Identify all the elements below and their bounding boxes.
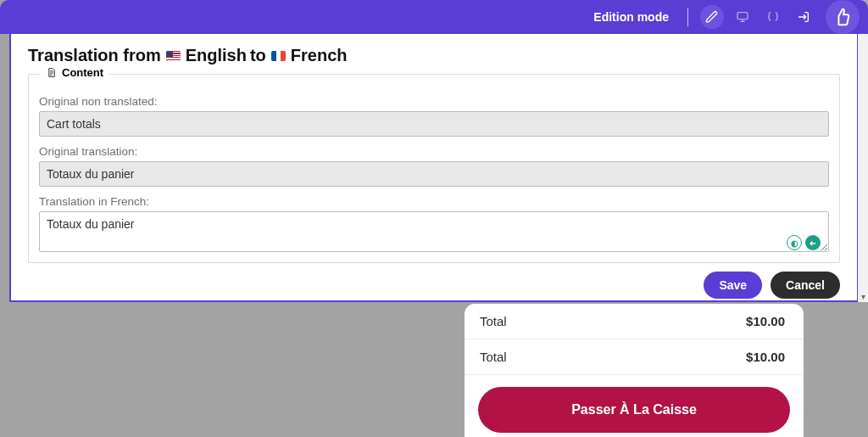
content-fieldset: Content Original non translated: Origina… (28, 74, 840, 263)
svg-rect-0 (737, 13, 748, 20)
title-prefix: Translation from (28, 46, 161, 65)
cart-row-value: $10.00 (746, 314, 785, 328)
label-original-translation: Original translation: (39, 145, 829, 158)
translation-modal: Translation from English to French Conte… (9, 34, 859, 302)
legend-label: Content (62, 66, 103, 79)
modal-scrollbar[interactable]: ▾ (858, 34, 868, 302)
translation-input-wrap: ◐ ➜ (39, 211, 829, 255)
table-row: Total $10.00 (465, 304, 804, 339)
brand-badge[interactable] (826, 0, 860, 34)
cancel-button[interactable]: Cancel (771, 272, 840, 299)
thumbs-up-icon (833, 8, 852, 26)
edit-icon-button[interactable] (700, 5, 724, 29)
mode-label: Edition mode (593, 10, 669, 24)
save-button[interactable]: Save (704, 272, 762, 299)
translation-input[interactable] (39, 211, 829, 252)
flag-fr-icon (271, 51, 286, 61)
code-view-button[interactable] (761, 5, 785, 29)
table-row: Total $10.00 (465, 339, 804, 375)
undo-icon: ➜ (810, 238, 816, 248)
desktop-preview-button[interactable] (731, 5, 754, 29)
lightbulb-icon: ◐ (791, 238, 798, 248)
fieldset-legend: Content (41, 66, 108, 79)
revert-chip[interactable]: ➜ (805, 235, 821, 250)
original-non-translated-field (39, 111, 829, 137)
modal-actions: Save Cancel (28, 272, 840, 299)
textarea-action-badges: ◐ ➜ (787, 235, 821, 250)
label-original-non-translated: Original non translated: (39, 95, 829, 108)
cart-row-value: $10.00 (746, 350, 785, 364)
exit-button[interactable] (792, 5, 815, 29)
editor-topbar: Edition mode (0, 0, 868, 34)
label-translation-in-target: Translation in French: (39, 195, 829, 208)
lang-from: English (186, 46, 247, 65)
cart-row-label: Total (480, 314, 746, 328)
document-icon (46, 67, 57, 78)
modal-title: Translation from English to French (28, 46, 840, 65)
title-mid: to (250, 46, 266, 65)
suggestion-chip[interactable]: ◐ (787, 235, 802, 250)
divider (687, 8, 688, 26)
exit-icon (797, 10, 810, 24)
pencil-icon (705, 10, 719, 24)
monitor-icon (736, 10, 749, 24)
cart-totals-card: Total $10.00 Total $10.00 Passer À La Ca… (465, 304, 804, 437)
original-translation-field (39, 161, 829, 187)
checkout-button-label: Passer À La Caisse (571, 402, 697, 417)
flag-us-icon (166, 51, 181, 61)
lang-to: French (291, 46, 348, 65)
cart-row-label: Total (480, 350, 746, 364)
scroll-down-icon[interactable]: ▾ (858, 292, 868, 302)
checkout-button[interactable]: Passer À La Caisse (478, 387, 790, 433)
code-braces-icon (766, 10, 780, 24)
